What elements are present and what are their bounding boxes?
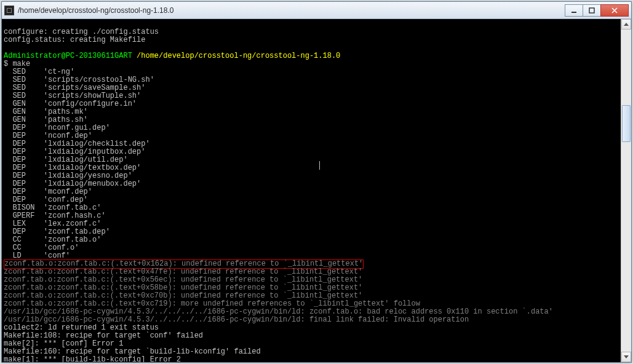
error-line: /usr/lib/gcc/i686-pc-cygwin/4.5.3/../../… [4, 307, 553, 316]
output-line: SED 'scripts/showTuple.sh' [4, 92, 141, 100]
output-line: DEP 'lxdialog/textbox.dep' [4, 164, 141, 172]
output-line: CC 'zconf.tab.o' [4, 235, 101, 244]
chevron-down-icon [624, 355, 629, 358]
minimize-button[interactable] [565, 4, 583, 17]
titlebar[interactable]: /home/develop/crosstool-ng/crosstool-ng-… [2, 2, 631, 19]
output-line: SED 'scripts/saveSample.sh' [4, 84, 145, 92]
output-line: DEP 'mconf.dep' [4, 188, 92, 196]
terminal-body[interactable]: configure: creating ./config.status conf… [2, 19, 621, 362]
close-icon [611, 7, 618, 14]
output-line: DEP 'nconf.gui.dep' [4, 124, 110, 132]
output-line: DEP 'lxdialog/util.dep' [4, 156, 128, 164]
scroll-down-button[interactable] [621, 352, 631, 362]
error-line: make[2]: *** [conf] Error 1 [4, 339, 123, 348]
scrollbar-thumb[interactable] [622, 105, 631, 142]
output-line: SED 'scripts/crosstool-NG.sh' [4, 76, 154, 84]
output-line: DEP 'conf.dep' [4, 196, 88, 204]
chevron-up-icon [624, 23, 629, 26]
error-line: zconf.tab.o:zconf.tab.c:(.text+0xc719): … [4, 299, 420, 308]
minimize-icon [571, 7, 577, 14]
command-line: $ make [4, 60, 30, 68]
output-line: DEP 'lxdialog/checklist.dep' [4, 140, 150, 148]
error-line: zconf.tab.o:zconf.tab.c:(.text+0x58be): … [4, 283, 362, 292]
text-cursor-icon [319, 161, 320, 170]
output-line: SED 'ct-ng' [4, 68, 74, 76]
prompt-user-host: Administrator@PC-20130611GART [4, 52, 132, 60]
error-line: zconf.tab.o:zconf.tab.c:(.text+0xc70b): … [4, 291, 362, 300]
output-line: GEN 'config/configure.in' [4, 100, 137, 108]
output-line: DEP 'zconf.tab.dep' [4, 228, 110, 236]
svg-rect-0 [571, 12, 576, 13]
close-button[interactable] [600, 4, 629, 17]
output-line: DEP 'lxdialog/menubox.dep' [4, 180, 141, 188]
output-line: GEN 'paths.mk' [4, 108, 88, 116]
output-line: BISON 'zconf.tab.c' [4, 204, 101, 212]
output-line: DEP 'lxdialog/inputbox.dep' [4, 148, 145, 156]
prompt-line: Administrator@PC-20130611GART /home/deve… [4, 52, 340, 60]
error-line: Makefile:108: recipe for target `conf' f… [4, 331, 203, 340]
error-line: zconf.tab.o:zconf.tab.c:(.text+0x47fe): … [4, 267, 362, 276]
vertical-scrollbar[interactable] [621, 19, 631, 362]
output-line: LEX 'lex.zconf.c' [4, 220, 101, 228]
error-line: make[1]: *** [build-lib-kconfig] Error 2 [4, 355, 181, 362]
maximize-icon [589, 7, 595, 14]
error-line: /usr/lib/gcc/i686-pc-cygwin/4.5.3/../../… [4, 315, 469, 324]
prompt-cwd: /home/develop/crosstool-ng/crosstool-ng-… [137, 52, 340, 60]
app-icon [4, 6, 14, 15]
output-line: CC 'conf.o' [4, 243, 79, 252]
error-line: zconf.tab.o:zconf.tab.c:(.text+0x56ec): … [4, 275, 362, 284]
window-buttons [565, 4, 629, 17]
output-line: DEP 'nconf.dep' [4, 132, 92, 140]
output-line: DEP 'lxdialog/yesno.dep' [4, 172, 132, 180]
maximize-button[interactable] [583, 4, 601, 17]
terminal-window: /home/develop/crosstool-ng/crosstool-ng-… [1, 1, 632, 363]
error-line: Makefile:160: recipe for target `build-l… [4, 347, 261, 356]
output-line: config.status: creating Makefile [4, 36, 145, 44]
output-line: GEN 'paths.sh' [4, 116, 88, 124]
svg-rect-1 [589, 8, 594, 13]
error-line: collect2: ld returned 1 exit status [4, 323, 159, 332]
output-line: GPERF 'zconf.hash.c' [4, 212, 106, 220]
terminal-body-wrap: configure: creating ./config.status conf… [2, 19, 631, 362]
window-title: /home/develop/crosstool-ng/crosstool-ng-… [18, 6, 565, 15]
output-line: configure: creating ./config.status [4, 28, 159, 36]
output-line: LD 'conf' [4, 251, 70, 260]
scroll-up-button[interactable] [621, 19, 631, 30]
